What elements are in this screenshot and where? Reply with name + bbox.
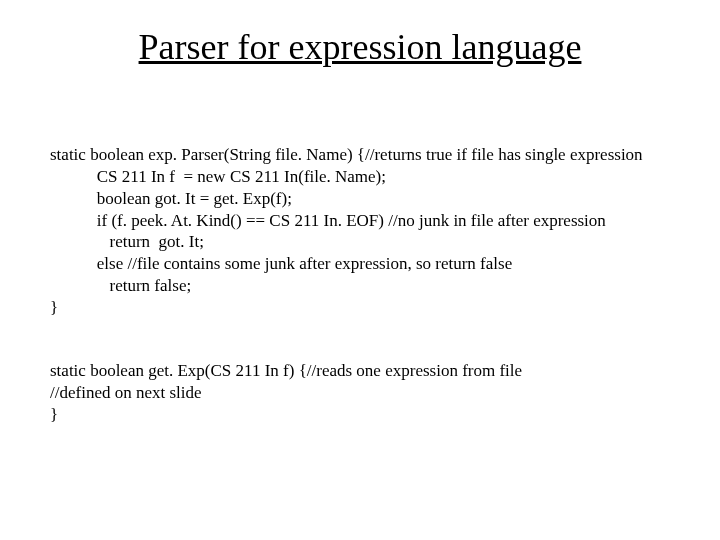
code-block-2: static boolean get. Exp(CS 211 In f) {//… xyxy=(50,338,670,425)
slide-title: Parser for expression language xyxy=(50,28,670,68)
code-line: static boolean get. Exp(CS 211 In f) {//… xyxy=(50,361,522,380)
code-line: static boolean exp. Parser(String file. … xyxy=(50,145,643,164)
code-line: CS 211 In f = new CS 211 In(file. Name); xyxy=(50,167,386,186)
code-line: //defined on next slide xyxy=(50,383,202,402)
code-line: } xyxy=(50,405,58,424)
code-line: } xyxy=(50,298,58,317)
spacer xyxy=(50,318,670,338)
code-line: if (f. peek. At. Kind() == CS 211 In. EO… xyxy=(50,211,606,230)
code-line: return got. It; xyxy=(50,232,204,251)
code-block-1: static boolean exp. Parser(String file. … xyxy=(50,123,670,319)
code-line: boolean got. It = get. Exp(f); xyxy=(50,189,292,208)
code-line: return false; xyxy=(50,276,191,295)
slide-container: Parser for expression language static bo… xyxy=(0,0,720,540)
code-line: else //file contains some junk after exp… xyxy=(50,254,512,273)
